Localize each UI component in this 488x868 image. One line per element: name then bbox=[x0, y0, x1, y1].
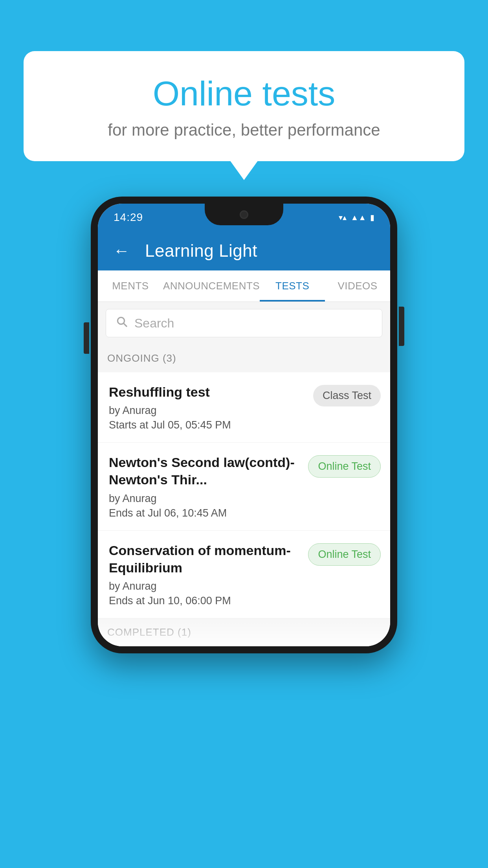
completed-section-header: COMPLETED (1) bbox=[98, 618, 390, 646]
online-test-badge: Online Test bbox=[308, 543, 381, 566]
class-test-badge: Class Test bbox=[313, 385, 381, 406]
ongoing-header-text: ONGOING (3) bbox=[107, 352, 176, 364]
phone-outer: 14:29 ▾▴ ▲▲ ▮ ← Learning Light MENTS bbox=[91, 197, 397, 653]
test-item-title: Reshuffling test bbox=[109, 383, 307, 401]
test-item[interactable]: Reshuffling test by Anurag Starts at Jul… bbox=[98, 372, 390, 443]
test-item-date: Ends at Jul 06, 10:45 AM bbox=[109, 507, 302, 519]
phone-screen: 14:29 ▾▴ ▲▲ ▮ ← Learning Light MENTS bbox=[98, 204, 390, 646]
tab-tests[interactable]: TESTS bbox=[260, 270, 325, 302]
bubble-title: Online tests bbox=[55, 75, 433, 113]
battery-icon: ▮ bbox=[370, 213, 374, 222]
search-bar-container: Search bbox=[98, 302, 390, 344]
test-item-author: by Anurag bbox=[109, 405, 307, 417]
test-item-author: by Anurag bbox=[109, 493, 302, 505]
status-bar: 14:29 ▾▴ ▲▲ ▮ bbox=[98, 204, 390, 231]
test-item[interactable]: Conservation of momentum-Equilibrium by … bbox=[98, 531, 390, 618]
bubble-subtitle: for more practice, better performance bbox=[55, 121, 433, 140]
search-icon bbox=[116, 315, 128, 331]
test-item[interactable]: Newton's Second law(contd)-Newton's Thir… bbox=[98, 443, 390, 530]
test-item-date: Starts at Jul 05, 05:45 PM bbox=[109, 419, 307, 431]
test-item-info: Newton's Second law(contd)-Newton's Thir… bbox=[109, 454, 302, 519]
search-input-placeholder: Search bbox=[134, 316, 174, 331]
phone-wrapper: 14:29 ▾▴ ▲▲ ▮ ← Learning Light MENTS bbox=[91, 197, 397, 653]
online-test-badge: Online Test bbox=[308, 455, 381, 478]
ongoing-section-header: ONGOING (3) bbox=[98, 344, 390, 372]
tab-videos[interactable]: VIDEOS bbox=[325, 270, 390, 302]
search-bar[interactable]: Search bbox=[106, 309, 382, 337]
app-bar: ← Learning Light bbox=[98, 231, 390, 270]
svg-line-1 bbox=[124, 324, 127, 326]
test-list: Reshuffling test by Anurag Starts at Jul… bbox=[98, 372, 390, 618]
speech-bubble-container: Online tests for more practice, better p… bbox=[24, 51, 464, 161]
test-item-title: Conservation of momentum-Equilibrium bbox=[109, 542, 302, 576]
test-item-author: by Anurag bbox=[109, 580, 302, 592]
test-item-date: Ends at Jun 10, 06:00 PM bbox=[109, 595, 302, 607]
back-button[interactable]: ← bbox=[110, 241, 133, 260]
camera-dot bbox=[240, 210, 248, 219]
status-time: 14:29 bbox=[114, 211, 143, 224]
notch bbox=[205, 204, 283, 225]
signal-icon: ▲▲ bbox=[350, 213, 366, 222]
test-item-info: Conservation of momentum-Equilibrium by … bbox=[109, 542, 302, 607]
app-bar-title: Learning Light bbox=[145, 241, 257, 261]
status-icons: ▾▴ ▲▲ ▮ bbox=[339, 213, 374, 222]
test-item-title: Newton's Second law(contd)-Newton's Thir… bbox=[109, 454, 302, 488]
test-item-info: Reshuffling test by Anurag Starts at Jul… bbox=[109, 383, 307, 431]
tab-ments[interactable]: MENTS bbox=[98, 270, 163, 302]
tab-bar: MENTS ANNOUNCEMENTS TESTS VIDEOS bbox=[98, 270, 390, 302]
wifi-icon: ▾▴ bbox=[339, 213, 347, 222]
speech-bubble: Online tests for more practice, better p… bbox=[24, 51, 464, 161]
tab-announcements[interactable]: ANNOUNCEMENTS bbox=[163, 270, 260, 302]
completed-header-text: COMPLETED (1) bbox=[107, 626, 191, 638]
